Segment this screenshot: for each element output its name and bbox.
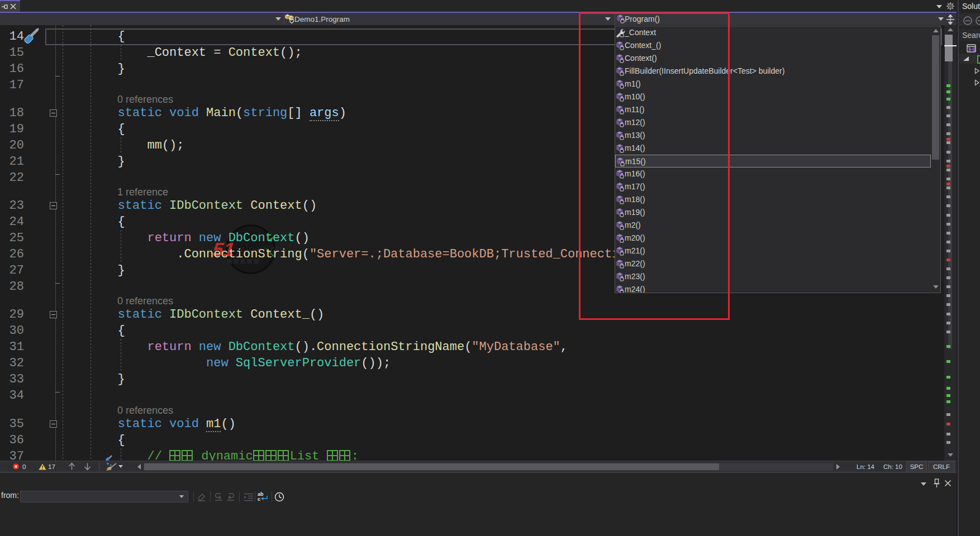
svg-text:c: c <box>258 496 260 502</box>
